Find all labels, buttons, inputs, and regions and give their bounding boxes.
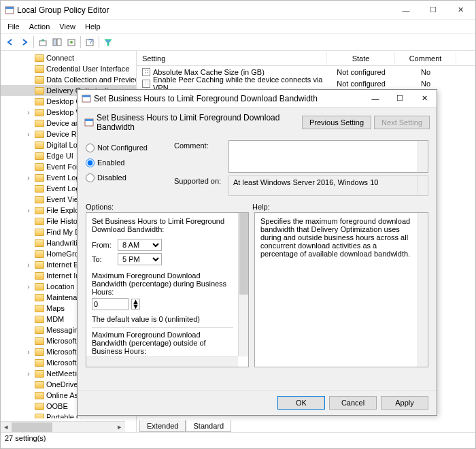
tree-item-label: Location a <box>46 282 81 290</box>
spin-down-icon[interactable]: ▼ <box>132 304 139 309</box>
folder-icon <box>35 131 44 138</box>
list-tabs: Extended Standard <box>137 418 475 432</box>
menu-help[interactable]: Help <box>81 21 105 32</box>
comment-input[interactable] <box>228 140 428 173</box>
from-select[interactable]: 8 AM <box>118 239 162 251</box>
folder-icon <box>35 370 44 378</box>
default-note: The default value is 0 (unlimited) <box>92 315 233 323</box>
expand-icon[interactable]: › <box>25 261 32 269</box>
supported-label: Supported on: <box>174 176 228 196</box>
list-row[interactable]: ∷Enable Peer Caching while the device co… <box>137 78 475 89</box>
supported-scrollbar[interactable] <box>418 176 428 195</box>
comment-cell: No <box>395 80 456 88</box>
tree-scrollbar-h[interactable]: ◂ ▸ <box>1 421 125 432</box>
previous-setting-button[interactable]: Previous Setting <box>302 116 371 129</box>
folder-icon <box>35 109 44 116</box>
scroll-thumb[interactable] <box>12 422 52 432</box>
tree-item[interactable]: Credential User Interface <box>1 63 136 74</box>
col-state[interactable]: State <box>327 52 395 65</box>
radio-disabled[interactable]: Disabled <box>86 170 174 185</box>
folder-icon <box>35 185 44 193</box>
expand-icon[interactable]: › <box>25 283 32 290</box>
tree-item[interactable]: Connect <box>1 52 136 63</box>
radio-not-configured[interactable]: Not Configured <box>86 140 174 155</box>
option-heading: Set Business Hours to Limit Foreground D… <box>92 217 233 233</box>
ok-button[interactable]: OK <box>277 396 325 410</box>
expand-icon[interactable]: › <box>25 348 32 356</box>
options-scrollbar-h[interactable] <box>86 356 238 367</box>
forward-icon[interactable] <box>18 35 31 49</box>
supported-on-field: At least Windows Server 2016, Windows 10 <box>228 176 428 196</box>
main-window: Local Group Policy Editor — ☐ ✕ File Act… <box>0 0 476 449</box>
col-setting[interactable]: Setting <box>137 52 327 65</box>
tree-item[interactable]: Data Collection and Preview <box>1 74 136 85</box>
folder-icon <box>35 76 44 84</box>
svg-rect-3 <box>53 39 56 46</box>
dialog-icon <box>82 94 91 103</box>
comment-scrollbar[interactable] <box>418 141 428 172</box>
folder-icon <box>35 381 44 388</box>
expand-icon[interactable]: › <box>25 131 32 138</box>
dialog-header: Set Business Hours to Limit Foreground D… <box>78 107 437 135</box>
filter-icon[interactable] <box>101 35 115 49</box>
tree-item-label: Microsoft <box>46 348 77 356</box>
tree-item-label: NetMeetin <box>46 369 80 378</box>
folder-icon <box>35 305 44 312</box>
folder-icon <box>35 163 44 171</box>
up-icon[interactable] <box>36 35 50 49</box>
next-setting-button[interactable]: Next Setting <box>374 116 430 129</box>
folder-icon <box>35 316 44 323</box>
folder-icon <box>35 152 44 160</box>
tab-extended[interactable]: Extended <box>139 420 186 432</box>
folder-icon <box>35 294 44 301</box>
radio-enabled[interactable]: Enabled <box>86 155 174 170</box>
menubar: File Action View Help <box>1 20 475 33</box>
scroll-right-icon[interactable]: ▸ <box>114 422 125 433</box>
dialog-close-button[interactable]: ✕ <box>412 90 437 107</box>
minimize-button[interactable]: — <box>392 1 420 19</box>
dialog-minimize-button[interactable]: — <box>363 90 388 107</box>
app-icon <box>5 5 14 15</box>
folder-icon <box>35 87 44 95</box>
menu-view[interactable]: View <box>55 21 80 32</box>
options-pane: Set Business Hours to Limit Foreground D… <box>86 212 249 367</box>
state-cell: Not configured <box>327 68 395 76</box>
to-label: To: <box>92 255 115 263</box>
folder-icon <box>35 272 44 280</box>
expand-icon[interactable]: › <box>25 207 32 214</box>
cancel-button[interactable]: Cancel <box>329 396 377 410</box>
apply-button[interactable]: Apply <box>381 396 428 410</box>
back-icon[interactable] <box>3 35 17 49</box>
maximize-button[interactable]: ☐ <box>420 1 447 19</box>
tree-item-label: Connect <box>46 54 74 62</box>
tree-item-label: OOBE <box>46 402 68 410</box>
tree-item-label: Microsoft <box>46 359 77 367</box>
close-button[interactable]: ✕ <box>447 1 474 19</box>
tree-item-label: Credential User Interface <box>46 65 129 73</box>
svg-rect-10 <box>82 95 90 97</box>
folder-icon <box>35 359 44 367</box>
folder-icon <box>35 261 44 269</box>
pct-business-input[interactable] <box>92 298 129 310</box>
show-icon[interactable] <box>50 35 64 49</box>
help-scrollbar[interactable] <box>418 213 428 367</box>
export-icon[interactable] <box>65 35 78 49</box>
expand-icon[interactable]: › <box>25 109 32 116</box>
to-select[interactable]: 5 PM <box>118 253 162 265</box>
scroll-left-icon[interactable]: ◂ <box>1 422 12 433</box>
menu-action[interactable]: Action <box>25 21 54 32</box>
svg-rect-1 <box>5 7 14 9</box>
tree-item-label: Find My D <box>46 228 80 236</box>
dialog-maximize-button[interactable]: ☐ <box>388 90 412 107</box>
menu-file[interactable]: File <box>3 21 24 32</box>
policy-icon <box>84 118 94 127</box>
expand-icon[interactable]: › <box>25 174 32 182</box>
tab-standard[interactable]: Standard <box>186 420 231 432</box>
svg-rect-12 <box>85 119 93 121</box>
expand-icon[interactable]: › <box>25 370 32 378</box>
help-icon[interactable]: ? <box>83 35 97 49</box>
options-scrollbar-v[interactable] <box>238 213 248 356</box>
col-comment[interactable]: Comment <box>395 52 456 65</box>
folder-icon <box>35 218 44 225</box>
folder-icon <box>35 283 44 290</box>
